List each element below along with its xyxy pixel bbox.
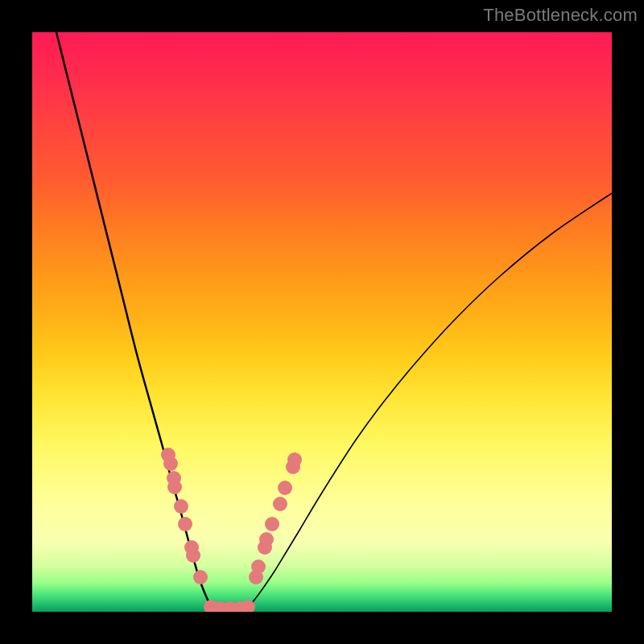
marker-group-left bbox=[161, 448, 208, 584]
data-marker bbox=[186, 548, 200, 563]
data-marker bbox=[259, 532, 274, 547]
data-marker bbox=[273, 497, 287, 511]
watermark-text: TheBottleneck.com bbox=[483, 5, 638, 26]
marker-group-right bbox=[249, 452, 302, 584]
chart-overlay bbox=[32, 32, 612, 612]
chart-frame: TheBottleneck.com bbox=[0, 0, 644, 644]
data-marker bbox=[278, 481, 292, 495]
data-marker bbox=[287, 452, 302, 467]
data-marker bbox=[265, 517, 279, 531]
marker-group-floor bbox=[204, 600, 255, 612]
plot-area bbox=[32, 32, 612, 612]
data-marker bbox=[174, 499, 188, 514]
data-marker bbox=[167, 480, 182, 494]
right-curve-path bbox=[246, 193, 612, 609]
data-marker bbox=[178, 517, 192, 531]
data-marker bbox=[251, 559, 266, 574]
data-marker bbox=[163, 456, 178, 471]
data-marker bbox=[193, 570, 208, 584]
